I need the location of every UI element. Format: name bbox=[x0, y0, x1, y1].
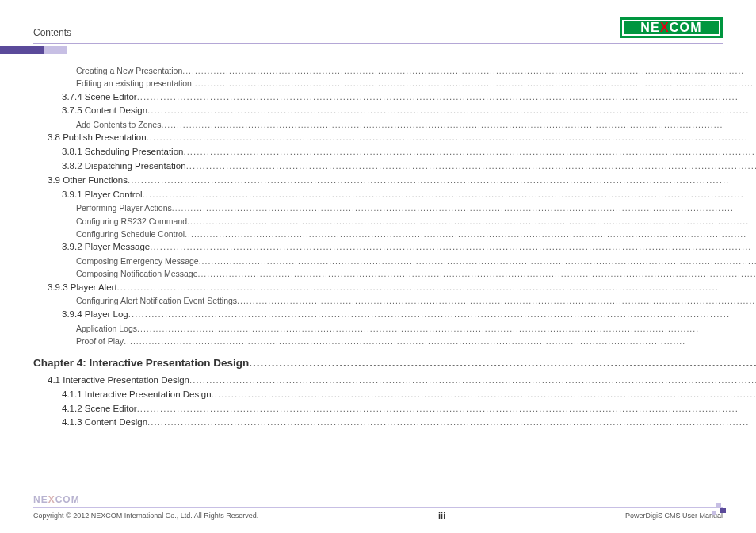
toc-leader-dots bbox=[128, 308, 756, 322]
toc-body: Creating a New Presentation 29Editing an… bbox=[33, 64, 723, 430]
page-footer: NEXCOM Copyright © 2012 NEXCOM Internati… bbox=[33, 494, 723, 520]
toc-row[interactable]: Configuring Schedule Control 36 bbox=[33, 228, 756, 240]
header-divider bbox=[33, 43, 723, 44]
toc-row[interactable]: 3.8 Publish Presentation 33 bbox=[33, 131, 756, 145]
logo-x: X bbox=[48, 494, 55, 505]
logo-text: NEXCOM bbox=[640, 21, 701, 35]
toc-leader-dots bbox=[147, 416, 756, 430]
toc-row[interactable]: 3.8.2 Dispatching Presentation 34 bbox=[33, 159, 756, 174]
toc-column-left: Creating a New Presentation 29Editing an… bbox=[33, 64, 756, 430]
document-page: Contents NEXCOM Creating a New Presentat… bbox=[0, 0, 756, 533]
toc-leader-dots bbox=[186, 159, 756, 174]
footer-copyright: Copyright © 2012 NEXCOM International Co… bbox=[33, 512, 258, 520]
logo-x: X bbox=[660, 21, 670, 34]
logo-pre: NE bbox=[33, 494, 48, 505]
toc-label: Creating a New Presentation bbox=[76, 64, 182, 77]
toc-leader-dots bbox=[137, 402, 756, 416]
toc-leader-dots bbox=[212, 388, 756, 402]
toc-leader-dots bbox=[137, 90, 756, 105]
logo-post: COM bbox=[55, 494, 80, 505]
toc-row[interactable]: 3.8.1 Scheduling Presentation 33 bbox=[33, 145, 756, 159]
toc-label: Composing Emergency Message bbox=[76, 255, 199, 267]
toc-leader-dots bbox=[172, 201, 756, 214]
footer-divider bbox=[33, 507, 723, 508]
toc-label: 3.9.4 Player Log bbox=[62, 308, 128, 322]
toc-label: 4.1.2 Scene Editor bbox=[62, 402, 137, 416]
page-header: Contents NEXCOM bbox=[33, 14, 723, 38]
toc-leader-dots bbox=[161, 118, 756, 131]
toc-leader-dots bbox=[147, 131, 756, 145]
toc-label: Add Contents to Zones bbox=[76, 118, 161, 131]
toc-label: 3.9.2 Player Message bbox=[62, 240, 150, 255]
toc-leader-dots bbox=[198, 267, 757, 280]
toc-row[interactable]: 3.7.5 Content Design 32 bbox=[33, 104, 756, 118]
toc-label: 3.8.1 Scheduling Presentation bbox=[62, 145, 183, 159]
toc-leader-dots bbox=[137, 322, 756, 335]
footer-ornament-icon bbox=[712, 503, 726, 517]
toc-row[interactable]: 4.1.3 Content Design 46 bbox=[33, 416, 756, 430]
toc-row[interactable]: Composing Emergency Message 37 bbox=[33, 255, 756, 267]
toc-label: Configuring Alert Notification Event Set… bbox=[76, 294, 237, 307]
toc-row[interactable]: Application Logs 41 bbox=[33, 322, 756, 335]
toc-row[interactable]: 3.9.3 Player Alert 39 bbox=[33, 281, 756, 295]
toc-leader-dots bbox=[187, 215, 756, 228]
toc-leader-dots bbox=[192, 77, 756, 90]
toc-leader-dots bbox=[183, 145, 756, 159]
toc-row[interactable]: 4.1.2 Scene Editor 44 bbox=[33, 402, 756, 416]
divider-accent-dark bbox=[0, 46, 44, 54]
toc-label: Chapter 4: Interactive Presentation Desi… bbox=[33, 355, 249, 372]
toc-label: 4.1.1 Interactive Presentation Design bbox=[62, 388, 212, 402]
toc-row[interactable]: 4.1 Interactive Presentation Design 43 bbox=[33, 374, 756, 388]
toc-row[interactable]: Add Contents to Zones 32 bbox=[33, 118, 756, 131]
toc-leader-dots bbox=[249, 355, 756, 372]
toc-leader-dots bbox=[199, 255, 756, 267]
nexcom-logo: NEXCOM bbox=[620, 17, 723, 38]
logo-pre: NE bbox=[640, 21, 660, 34]
toc-leader-dots bbox=[143, 188, 756, 202]
toc-label: 4.1 Interactive Presentation Design bbox=[48, 374, 189, 388]
toc-row[interactable]: 3.7.4 Scene Editor 30 bbox=[33, 90, 756, 105]
toc-row[interactable]: 3.9.1 Player Control 35 bbox=[33, 188, 756, 202]
toc-leader-dots bbox=[237, 294, 756, 307]
toc-leader-dots bbox=[150, 240, 756, 255]
toc-row[interactable]: Configuring Alert Notification Event Set… bbox=[33, 294, 756, 307]
toc-label: 3.9.3 Player Alert bbox=[48, 281, 117, 295]
toc-label: Configuring RS232 Command bbox=[76, 215, 187, 228]
toc-label: 4.1.3 Content Design bbox=[62, 416, 147, 430]
toc-chapter-row[interactable]: Chapter 4: Interactive Presentation Desi… bbox=[33, 355, 756, 372]
toc-row[interactable]: 3.9.2 Player Message 37 bbox=[33, 240, 756, 255]
toc-row[interactable]: Performing Player Actions 35 bbox=[33, 201, 756, 214]
footer-logo: NEXCOM bbox=[33, 494, 723, 505]
footer-row: Copyright © 2012 NEXCOM International Co… bbox=[33, 511, 723, 520]
toc-row[interactable]: Composing Notification Message 38 bbox=[33, 267, 756, 280]
toc-label: 3.8.2 Dispatching Presentation bbox=[62, 159, 186, 174]
logo-post: COM bbox=[670, 21, 702, 34]
footer-page-number: iii bbox=[438, 511, 445, 520]
toc-row[interactable]: Editing an existing presentation 30 bbox=[33, 77, 756, 90]
toc-row[interactable]: 3.9 Other Functions 35 bbox=[33, 174, 756, 188]
toc-label: Performing Player Actions bbox=[76, 201, 172, 214]
toc-row[interactable]: 3.9.4 Player Log 41 bbox=[33, 308, 756, 322]
toc-leader-dots bbox=[124, 335, 756, 347]
toc-label: Editing an existing presentation bbox=[76, 77, 192, 90]
footer-doc-title: PowerDigiS CMS User Manual bbox=[625, 512, 723, 520]
toc-label: Configuring Schedule Control bbox=[76, 228, 185, 240]
toc-leader-dots bbox=[185, 228, 756, 240]
toc-label: Proof of Play bbox=[76, 335, 124, 347]
toc-label: 3.7.5 Content Design bbox=[62, 104, 147, 118]
toc-leader-dots bbox=[189, 374, 756, 388]
toc-row[interactable]: 4.1.1 Interactive Presentation Design 43 bbox=[33, 388, 756, 402]
toc-row[interactable]: Creating a New Presentation 29 bbox=[33, 64, 756, 77]
toc-leader-dots bbox=[128, 174, 756, 188]
toc-label: 3.9 Other Functions bbox=[48, 174, 128, 188]
toc-row[interactable]: Proof of Play 42 bbox=[33, 335, 756, 347]
divider-accent-light bbox=[44, 46, 67, 54]
toc-label: Application Logs bbox=[76, 322, 137, 335]
toc-label: 3.7.4 Scene Editor bbox=[62, 90, 137, 105]
header-title: Contents bbox=[33, 27, 71, 38]
toc-label: 3.8 Publish Presentation bbox=[48, 131, 147, 145]
toc-row[interactable]: Configuring RS232 Command 35 bbox=[33, 215, 756, 228]
toc-label: Composing Notification Message bbox=[76, 267, 198, 280]
toc-leader-dots bbox=[182, 64, 756, 77]
toc-leader-dots bbox=[117, 281, 756, 295]
